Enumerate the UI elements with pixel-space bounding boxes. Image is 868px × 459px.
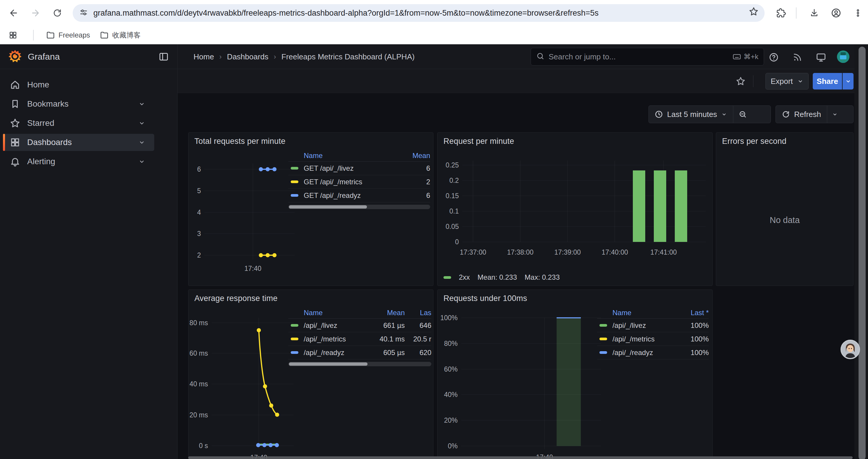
sidebar-item-home[interactable]: Home (3, 76, 154, 93)
panel-avg-response-time: Average response time 80 ms 60 ms 40 ms … (188, 290, 433, 459)
share-dropdown-button[interactable] (843, 73, 854, 90)
scrollbar-track[interactable] (855, 44, 868, 459)
bar-under-100ms[interactable] (557, 318, 581, 446)
extensions-icon[interactable] (775, 6, 788, 20)
zoom-out-button[interactable] (733, 106, 752, 123)
legend-row[interactable]: /api/_/livez 661 µs 646 (288, 319, 431, 332)
export-button[interactable]: Export (766, 73, 809, 90)
panel-title[interactable]: Requests under 100ms (443, 294, 527, 303)
bar-2xx[interactable] (675, 170, 687, 242)
legend-scrollbar[interactable] (288, 205, 430, 209)
profile-icon[interactable] (830, 6, 843, 20)
sidebar: Grafana Home Bookmarks Starred (0, 44, 178, 459)
share-button[interactable]: Share (813, 73, 842, 90)
scrollbar-thumb[interactable] (859, 47, 866, 459)
forward-icon[interactable] (29, 6, 42, 20)
bar-2xx[interactable] (633, 170, 645, 242)
legend-row[interactable]: GET /api/_/readyz 6 (288, 189, 430, 202)
col-mean[interactable]: Mean (404, 152, 430, 160)
user-avatar[interactable] (837, 51, 849, 63)
legend-row[interactable]: /api/_/readyz 100% (597, 346, 709, 359)
sidebar-header: Grafana (0, 44, 177, 69)
floating-assistant-avatar[interactable] (840, 340, 860, 359)
bookmark-star-icon[interactable] (749, 6, 759, 18)
legend-2xx[interactable]: 2xx Mean: 0.233 Max: 0.233 (443, 273, 560, 282)
downloads-icon[interactable] (808, 6, 821, 20)
favorite-star-icon[interactable] (734, 75, 747, 88)
col-last[interactable]: Las (405, 309, 431, 317)
col-last[interactable]: Last * (676, 309, 709, 317)
legend-row[interactable]: /api/_/livez 100% (597, 319, 709, 332)
sidebar-toggle-icon[interactable] (158, 51, 169, 63)
svg-text:60 ms: 60 ms (190, 350, 208, 357)
svg-text:3: 3 (197, 230, 201, 237)
legend-row[interactable]: GET /api/_/metrics 2 (288, 175, 430, 189)
breadcrumb-home[interactable]: Home (193, 52, 214, 61)
line-chart-avg-response[interactable]: 80 ms 60 ms 40 ms 20 ms 0 s 17:40 (190, 310, 296, 459)
help-icon[interactable] (767, 51, 780, 64)
bar-chart-under-100ms[interactable]: 100% 80% 60% 40% 20% 0% 17:40 (440, 310, 606, 459)
col-mean[interactable]: Mean (363, 309, 405, 317)
bookmarks-divider (33, 30, 34, 40)
back-icon[interactable] (7, 6, 20, 20)
address-bar[interactable] (73, 4, 765, 22)
legend-row[interactable]: /api/_/metrics 40.1 ms 20.5 r (288, 332, 431, 346)
refresh-interval-button[interactable] (827, 106, 843, 123)
chevron-down-icon[interactable] (138, 139, 145, 147)
refresh-button[interactable]: Refresh (776, 106, 827, 123)
news-rss-icon[interactable] (791, 51, 804, 64)
breadcrumb-dashboards[interactable]: Dashboards (227, 52, 268, 61)
menu-kebab-icon[interactable] (851, 6, 864, 20)
col-name[interactable]: Name (613, 309, 676, 317)
brand-title: Grafana (28, 52, 60, 62)
time-range-button[interactable]: Last 5 minutes (649, 106, 733, 123)
panel-title[interactable]: Request per minute (443, 137, 514, 146)
chevron-down-icon (845, 78, 851, 85)
kiosk-monitor-icon[interactable] (814, 51, 828, 64)
search-input[interactable]: Search or jump to... ⌘+k (531, 48, 764, 66)
horizontal-scrollbar[interactable] (188, 456, 852, 459)
chevron-down-icon[interactable] (138, 158, 145, 166)
site-settings-icon[interactable] (79, 8, 88, 18)
panel-title[interactable]: Average response time (194, 294, 277, 303)
svg-text:80%: 80% (444, 340, 458, 347)
legend-row[interactable]: /api/_/metrics 100% (597, 332, 709, 346)
bookmark-folder-blogs[interactable]: 收藏博客 (95, 29, 145, 42)
legend-table: Name Mean Las /api/_/livez 661 µs 646 (288, 307, 431, 366)
dashboard-actionbar: Export Share (178, 69, 868, 93)
svg-text:0: 0 (455, 238, 459, 246)
bookmark-folder-freeleaps[interactable]: Freeleaps (41, 29, 95, 42)
series-swatch-green (599, 324, 607, 327)
chevron-down-icon[interactable] (138, 100, 145, 109)
reload-icon[interactable] (51, 6, 64, 20)
sidebar-item-alerting[interactable]: Alerting (3, 153, 154, 170)
bell-icon (9, 156, 21, 167)
grafana-logo[interactable] (8, 49, 22, 64)
sidebar-item-starred[interactable]: Starred (3, 114, 154, 132)
breadcrumb-separator: › (219, 53, 222, 61)
legend-table: Name Last * /api/_/livez 100% /api/_/met… (597, 307, 709, 359)
chevron-down-icon[interactable] (138, 120, 145, 128)
legend-header: Name Last * (597, 307, 709, 319)
svg-text:2: 2 (197, 251, 201, 259)
panel-title[interactable]: Total requests per minute (194, 137, 285, 146)
svg-text:80 ms: 80 ms (190, 319, 208, 327)
svg-text:0.25: 0.25 (445, 161, 459, 169)
apps-grid-icon[interactable] (6, 29, 20, 42)
col-name[interactable]: Name (304, 152, 404, 160)
series-swatch-yellow (599, 338, 607, 340)
svg-text:17:39:00: 17:39:00 (554, 249, 581, 256)
svg-text:6: 6 (197, 165, 201, 173)
legend-scrollbar[interactable] (288, 362, 431, 366)
legend-row[interactable]: /api/_/readyz 605 µs 620 (288, 346, 431, 359)
sidebar-item-dashboards[interactable]: Dashboards (3, 134, 154, 151)
url-input[interactable] (93, 8, 728, 18)
series-swatch-green (291, 324, 299, 327)
bar-chart-request-per-minute[interactable]: 0.25 0.2 0.15 0.1 0.05 0 17:37:00 17:38:… (440, 153, 709, 271)
sidebar-item-bookmarks[interactable]: Bookmarks (3, 95, 154, 112)
bar-2xx[interactable] (654, 170, 666, 242)
legend-row[interactable]: GET /api/_/livez 6 (288, 162, 430, 175)
col-name[interactable]: Name (304, 309, 363, 317)
line-chart-total-requests[interactable]: 6 5 4 3 2 17:40 (190, 153, 296, 277)
panel-title[interactable]: Errors per second (722, 137, 786, 146)
